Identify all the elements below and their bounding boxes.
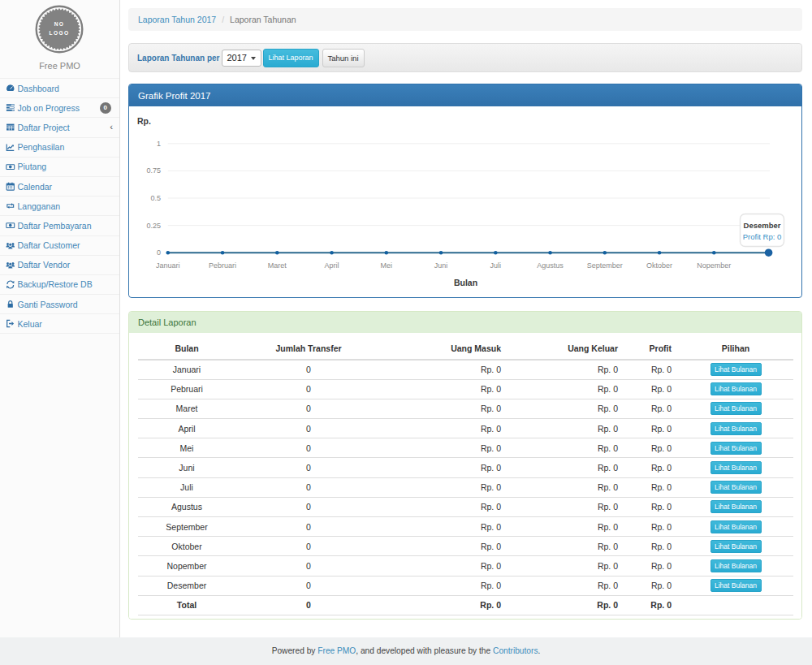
- svg-text:Rp.: Rp.: [137, 116, 151, 126]
- svg-text:Bulan: Bulan: [454, 278, 477, 287]
- svg-text:Mei: Mei: [381, 261, 393, 270]
- svg-text:1: 1: [157, 140, 161, 148]
- svg-text:Juli: Juli: [490, 261, 502, 270]
- svg-text:0.75: 0.75: [146, 166, 161, 175]
- svg-text:Profit Rp: 0: Profit Rp: 0: [743, 232, 782, 241]
- svg-text:Agustus: Agustus: [537, 261, 564, 270]
- svg-text:September: September: [587, 261, 623, 270]
- svg-text:0.5: 0.5: [150, 194, 161, 202]
- svg-text:0.25: 0.25: [146, 222, 161, 230]
- svg-text:Nopember: Nopember: [697, 261, 731, 270]
- svg-text:Januari: Januari: [156, 261, 180, 270]
- svg-text:Maret: Maret: [268, 261, 287, 270]
- svg-text:LOGO: LOGO: [49, 30, 69, 36]
- svg-text:Pebruari: Pebruari: [209, 261, 236, 270]
- svg-text:Desember: Desember: [744, 221, 781, 230]
- svg-text:Oktober: Oktober: [646, 261, 672, 270]
- svg-text:0: 0: [157, 248, 161, 257]
- svg-text:April: April: [325, 261, 339, 270]
- svg-text:Juni: Juni: [434, 261, 448, 270]
- svg-text:NO: NO: [54, 21, 65, 27]
